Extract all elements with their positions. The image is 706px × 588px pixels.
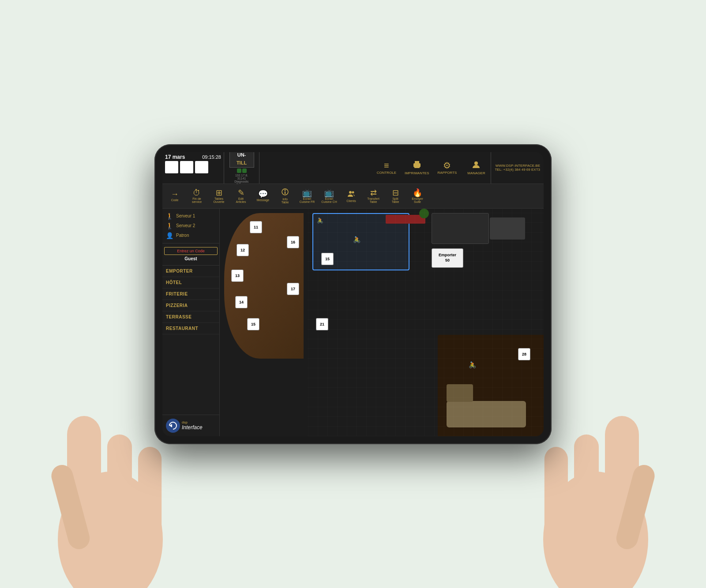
date-col-3 <box>195 161 208 173</box>
table-28[interactable]: 28 <box>518 348 530 360</box>
tool-envoyer-suite[interactable]: 🔥 EnvoyerSuite <box>407 185 428 207</box>
code-label: Code <box>171 198 179 202</box>
svg-rect-12 <box>414 165 420 168</box>
logo-box: UN- TILL 132.17.8.31141DiagnosticReseau <box>224 152 259 184</box>
nav-imprimantes[interactable]: IMPRIMANTES <box>405 160 429 175</box>
serveur2-name: Serveur 2 <box>176 223 195 228</box>
tool-clients[interactable]: Clients <box>341 185 362 207</box>
code-button[interactable]: Entrez un Code <box>164 247 218 255</box>
date-columns <box>165 161 221 173</box>
table-15[interactable]: 15 <box>321 253 334 265</box>
table-13[interactable]: 13 <box>231 270 244 282</box>
cat-terrasse[interactable]: TERRASSE <box>162 311 219 323</box>
svg-point-0 <box>58 472 163 588</box>
nav-controle[interactable]: ≡ CONTROLE <box>376 161 398 175</box>
left-sidebar: 🚶 Serveur 1 🚶 Serveur 2 👤 Patron Entrez … <box>162 209 220 436</box>
table-16[interactable]: 16 <box>287 236 299 248</box>
code-icon: → <box>171 190 179 198</box>
cat-friterie[interactable]: FRITERIE <box>162 288 219 300</box>
tool-info-table[interactable]: InfoTable <box>274 185 296 207</box>
main-content: 🚶 Serveur 1 🚶 Serveur 2 👤 Patron Entrez … <box>162 209 544 436</box>
tool-tables-ouverte[interactable]: ⊞ TablesOuverte <box>208 185 229 207</box>
svg-point-15 <box>285 190 286 191</box>
cat-hotel[interactable]: HÔTEL <box>162 277 219 288</box>
manager-icon <box>472 160 481 170</box>
tool-message[interactable]: 💬 Message <box>252 185 274 207</box>
info-table-icon <box>281 188 289 197</box>
cat-pizzeria[interactable]: PIZZERIA <box>162 300 219 311</box>
indicator-2 <box>242 169 247 173</box>
tel-text: TEL: +32(4) 384 49 69 EXT3 <box>495 168 540 172</box>
waiter-1-icon: 🚴 <box>317 217 323 224</box>
tool-edit-articles[interactable]: ✎ EditArticles <box>230 185 252 207</box>
message-icon: 💬 <box>258 190 268 198</box>
indicator-1 <box>237 169 241 173</box>
fin-service-label: Fin deservice <box>192 197 202 203</box>
user-patron[interactable]: 👤 Patron <box>164 231 218 240</box>
svg-point-18 <box>352 191 354 193</box>
dsp-logo-text: dsp Interface <box>182 420 203 431</box>
tool-ecran-cuisine-fr[interactable]: 📺 EcranCuisine FR <box>297 185 318 207</box>
svg-rect-4 <box>49 462 92 551</box>
edit-icon: ✎ <box>238 189 244 197</box>
table-14[interactable]: 14 <box>235 296 248 308</box>
tool-split-table[interactable]: ⊟ SplitTable <box>385 185 406 207</box>
tool-fin-service[interactable]: ⏱ Fin deservice <box>186 185 207 207</box>
untill-logo: UN- TILL <box>229 152 254 168</box>
cat-restaurant[interactable]: RESTAURANT <box>162 323 219 334</box>
svg-rect-16 <box>285 191 285 194</box>
logo-indicators <box>237 169 247 173</box>
tablet-device: 17 mars 09:15:28 UN- TILL <box>154 144 552 444</box>
svg-rect-2 <box>107 434 132 549</box>
bar-counter <box>432 213 489 244</box>
manager-label: MANAGER <box>467 171 485 175</box>
table-21[interactable]: 21 <box>316 318 328 330</box>
website-info: WWW.DSP-INTERFACE.BE TEL: +32(4) 384 49 … <box>491 152 544 184</box>
guest-label: Guest <box>164 255 218 262</box>
rapports-label: RAPPORTS <box>438 171 457 175</box>
table-emporter-50[interactable]: Emporter50 <box>432 248 463 268</box>
ecran-ch-icon: 📺 <box>324 189 334 197</box>
table-17[interactable]: 17 <box>287 283 299 295</box>
logo-un: UN- <box>237 152 246 157</box>
nav-icons: ≡ CONTROLE IMPRIMANTES ⚙ RAPPORTS <box>259 152 491 184</box>
tool-code[interactable]: → Code <box>164 185 185 207</box>
date-time-box: 17 mars 09:15:28 <box>162 152 224 184</box>
tables-icon: ⊞ <box>216 189 222 197</box>
split-label: SplitTable <box>392 197 399 203</box>
time-display: 09:15:28 <box>202 154 221 160</box>
logo-till: TILL <box>237 160 247 165</box>
nav-manager[interactable]: MANAGER <box>465 160 487 175</box>
cat-emporter[interactable]: EMPORTER <box>162 266 219 277</box>
date-col-1 <box>165 161 178 173</box>
waiter-2-icon: 🚴 <box>353 236 361 243</box>
serveur2-icon: 🚶 <box>166 222 173 229</box>
svg-rect-1 <box>67 416 101 558</box>
user-serveur1[interactable]: 🚶 Serveur 1 <box>164 211 218 221</box>
svg-rect-9 <box>614 462 657 551</box>
serveur1-name: Serveur 1 <box>176 213 195 218</box>
sofa-main <box>447 401 526 427</box>
category-list: EMPORTER HÔTEL FRITERIE PIZZERIA TERRASS… <box>162 266 219 415</box>
dsp-text: dsp <box>182 420 203 424</box>
tool-transfert-table[interactable]: ⇄ TransfertTable <box>363 185 384 207</box>
sofa-side <box>447 384 473 402</box>
envoyer-icon: 🔥 <box>413 189 422 197</box>
dsp-logo-svg <box>168 420 178 431</box>
controle-label: CONTROLE <box>377 171 396 175</box>
user-serveur2[interactable]: 🚶 Serveur 2 <box>164 221 218 231</box>
table-15-out[interactable]: 15 <box>247 318 259 330</box>
nav-rapports[interactable]: ⚙ RAPPORTS <box>436 161 458 175</box>
tablet-screen: 17 mars 09:15:28 UN- TILL <box>162 152 544 436</box>
tables-label: TablesOuverte <box>214 197 225 203</box>
bar-shelf <box>490 217 525 240</box>
controle-icon: ≡ <box>384 161 389 170</box>
dsp-logo-circle <box>166 419 180 433</box>
table-12[interactable]: 12 <box>237 244 249 256</box>
user-section: 🚶 Serveur 1 🚶 Serveur 2 👤 Patron <box>162 209 219 243</box>
interface-text: Interface <box>182 424 203 431</box>
rapports-icon: ⚙ <box>443 161 451 170</box>
tool-ecran-cuisine-ch[interactable]: 📺 EcranCuisine CH <box>319 185 340 207</box>
waiter-lounge-icon: 🚴 <box>469 361 476 368</box>
table-11[interactable]: 11 <box>250 221 262 233</box>
